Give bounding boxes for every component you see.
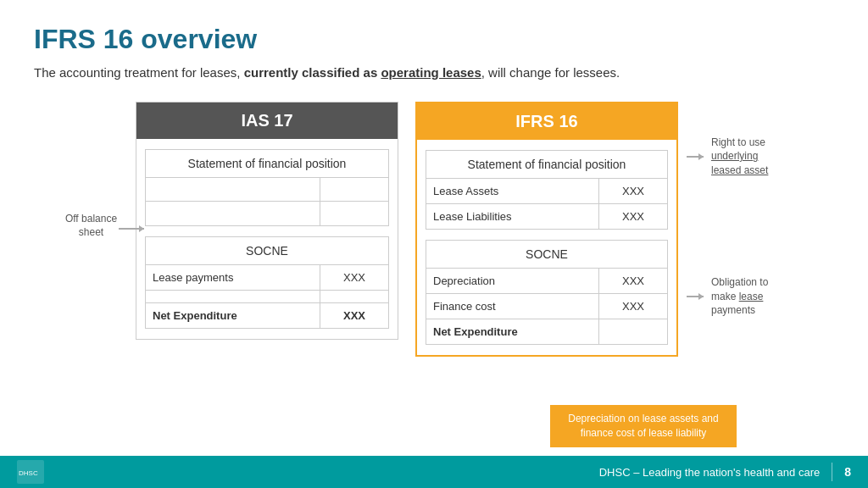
- ias17-header: IAS 17: [136, 103, 398, 139]
- svg-marker-5: [698, 293, 704, 300]
- ifrs16-finance-row: Finance cost XXX: [426, 294, 667, 319]
- subtitle-underline: operating leases: [381, 65, 481, 80]
- subtitle-end: , will change for lessees.: [481, 65, 620, 80]
- ifrs16-body: Statement of financial position Lease As…: [417, 150, 676, 345]
- page-title: IFRS 16 overview: [34, 24, 834, 55]
- ifrs16-header: IFRS 16: [417, 103, 676, 140]
- right-arrow-bottom: [687, 291, 708, 302]
- ifrs16-socne-header: SOCNE: [426, 241, 667, 269]
- footer-org-text: DHSC – Leading the nation's health and c…: [599, 466, 821, 479]
- footer-page-number: 8: [844, 465, 851, 479]
- subtitle-text: The accounting treatment for leases,: [34, 65, 244, 80]
- ifrs16-card: IFRS 16 Statement of financial position …: [415, 102, 678, 357]
- ias17-socne-section: SOCNE Lease payments XXX Net Expenditure…: [145, 236, 389, 329]
- ifrs16-socne-section: SOCNE Depreciation XXX Finance cost XXX …: [426, 240, 668, 345]
- footer-right: DHSC – Leading the nation's health and c…: [599, 463, 851, 481]
- footer-divider: [832, 463, 832, 481]
- ifrs16-net-row: Net Expenditure: [426, 319, 667, 344]
- ias17-empty-row-2: [146, 202, 388, 225]
- ias17-body: Statement of financial position SOCNE Le…: [136, 149, 398, 329]
- main-content: IFRS 16 overview The accounting treatmen…: [0, 0, 868, 357]
- right-label-top: Right to use underlying leased asset: [711, 136, 768, 178]
- subtitle-bold: currently classified as: [244, 65, 381, 80]
- ias17-statement-header: Statement of financial position: [146, 150, 388, 178]
- off-balance-arrow: [119, 229, 144, 246]
- svg-marker-3: [698, 153, 704, 160]
- footer-logo: DHSC: [17, 460, 44, 484]
- off-balance-label: Off balance sheet: [64, 212, 119, 241]
- subtitle: The accounting treatment for leases, cur…: [34, 64, 834, 83]
- ias17-socne-row-0: Lease payments XXX: [146, 265, 388, 291]
- right-label-bottom: Obligation to make lease payments: [711, 275, 768, 318]
- svg-text:DHSC: DHSC: [19, 469, 38, 477]
- ias17-statement-section: Statement of financial position: [145, 149, 389, 226]
- footer: DHSC DHSC – Leading the nation's health …: [0, 456, 868, 488]
- ias17-socne-row-net: Net Expenditure XXX: [146, 303, 388, 328]
- ifrs16-lease-liabilities-row: Lease Liabilities XXX: [426, 204, 667, 229]
- depreciation-note: Depreciation on lease assets and finance…: [550, 405, 737, 447]
- right-arrow-top: [687, 152, 708, 162]
- ifrs16-statement-header: Statement of financial position: [426, 151, 667, 179]
- dhsc-logo-icon: DHSC: [17, 460, 44, 484]
- ifrs16-depreciation-row: Depreciation XXX: [426, 269, 667, 294]
- ifrs16-lease-assets-row: Lease Assets XXX: [426, 179, 667, 204]
- ias17-card: IAS 17 Statement of financial position: [136, 102, 398, 340]
- ifrs16-statement-section: Statement of financial position Lease As…: [426, 150, 668, 230]
- ias17-socne-row-1: [146, 291, 388, 303]
- ias17-socne-header: SOCNE: [146, 237, 388, 265]
- ias17-empty-row-1: [146, 178, 388, 202]
